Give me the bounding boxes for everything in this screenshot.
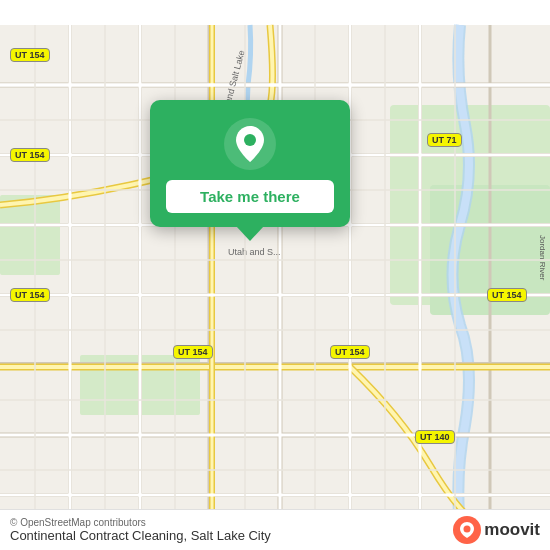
map-container: Utah and Salt Lake Utah and S... Jordan … [0,0,550,550]
route-badge-ut154-4: UT 154 [173,345,213,359]
moovit-logo: moovit [453,516,540,544]
svg-text:Jordan River: Jordan River [538,235,547,281]
route-badge-ut140: UT 140 [415,430,455,444]
bottom-bar: © OpenStreetMap contributors Continental… [0,509,550,550]
svg-text:Utah and S...: Utah and S... [228,247,281,257]
popup-card: Take me there [150,100,350,227]
osm-attribution: © OpenStreetMap contributors [10,517,271,528]
map-svg: Utah and Salt Lake Utah and S... Jordan … [0,0,550,550]
moovit-brand-text: moovit [484,520,540,540]
route-badge-ut154-3: UT 154 [10,288,50,302]
svg-point-53 [464,526,471,533]
route-badge-ut154-6: UT 154 [487,288,527,302]
svg-point-51 [244,134,256,146]
route-badge-ut71: UT 71 [427,133,462,147]
take-me-there-button[interactable]: Take me there [166,180,334,213]
location-pin-icon [224,118,276,170]
moovit-logo-icon [453,516,481,544]
bottom-left-info: © OpenStreetMap contributors Continental… [10,517,271,543]
route-badge-ut154-2: UT 154 [10,148,50,162]
location-label: Continental Contract Cleaning, Salt Lake… [10,528,271,543]
route-badge-ut154-1: UT 154 [10,48,50,62]
route-badge-ut154-5: UT 154 [330,345,370,359]
